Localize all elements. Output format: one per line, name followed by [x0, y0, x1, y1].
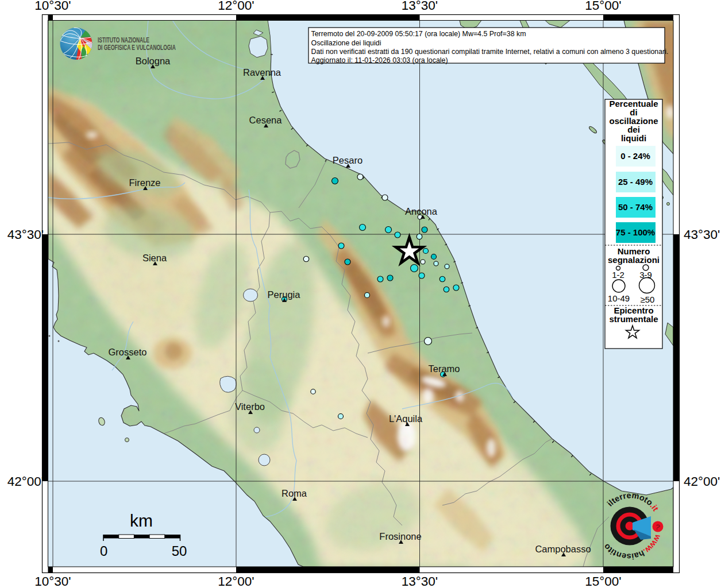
svg-text:Ravenna: Ravenna: [243, 67, 282, 78]
svg-text:Perugia: Perugia: [268, 289, 301, 300]
svg-text:50: 50: [172, 543, 187, 559]
svg-text:10°30': 10°30': [34, 0, 71, 13]
svg-text:15°00': 15°00': [585, 574, 621, 588]
svg-text:Bologna: Bologna: [136, 56, 171, 66]
svg-text:Siena: Siena: [142, 253, 167, 263]
svg-text:Campobasso: Campobasso: [535, 544, 591, 554]
svg-text:liquidi: liquidi: [621, 133, 646, 143]
svg-text:13°30': 13°30': [402, 0, 438, 13]
svg-text:12°00': 12°00': [218, 574, 254, 588]
svg-text:km: km: [130, 511, 153, 530]
svg-text:segnalazioni: segnalazioni: [608, 255, 660, 265]
svg-text:25 - 49%: 25 - 49%: [618, 177, 653, 187]
svg-text:10-49: 10-49: [608, 293, 630, 303]
svg-text:strumentale: strumentale: [609, 314, 658, 324]
svg-text:Grosseto: Grosseto: [109, 347, 147, 357]
svg-text:10°30': 10°30': [34, 574, 71, 588]
svg-text:75 - 100%: 75 - 100%: [616, 227, 655, 237]
svg-text:DI GEOFISICA E VULCANOLOGIA: DI GEOFISICA E VULCANOLOGIA: [98, 43, 176, 51]
svg-text:13°30': 13°30': [402, 574, 438, 588]
svg-text:43°30': 43°30': [7, 227, 44, 242]
svg-text:Firenze: Firenze: [129, 177, 160, 188]
svg-text:Dati non verificati estratti d: Dati non verificati estratti da 190 ques…: [311, 48, 669, 56]
svg-text:Frosinone: Frosinone: [379, 531, 421, 541]
svg-text:50 - 74%: 50 - 74%: [618, 202, 653, 212]
svg-text:12°00': 12°00': [218, 0, 254, 13]
svg-text:42°00': 42°00': [684, 474, 720, 489]
svg-text:Pesaro: Pesaro: [333, 155, 363, 165]
svg-text:42°00': 42°00': [7, 474, 44, 489]
svg-text:Cesena: Cesena: [249, 115, 283, 125]
svg-text:43°30': 43°30': [684, 227, 720, 242]
svg-text:Terremoto del 20-09-2009 05:50: Terremoto del 20-09-2009 05:50:17 (ora l…: [311, 30, 526, 38]
svg-text:Viterbo: Viterbo: [235, 401, 265, 412]
svg-text:0: 0: [100, 543, 107, 559]
svg-text:Aggiornato il: 11-01-2026 03:0: Aggiornato il: 11-01-2026 03:03 (ora loc…: [311, 56, 448, 64]
svg-text:3-9: 3-9: [639, 270, 652, 280]
svg-text:ISTITUTO NAZIONALE: ISTITUTO NAZIONALE: [98, 36, 149, 44]
svg-text:15°00': 15°00': [585, 0, 621, 13]
svg-text:≥50: ≥50: [641, 295, 655, 304]
svg-text:Ancona: Ancona: [405, 206, 438, 216]
svg-text:0 - 24%: 0 - 24%: [620, 151, 650, 161]
svg-text:L'Aquila: L'Aquila: [389, 413, 423, 424]
svg-text:1-2: 1-2: [612, 270, 624, 280]
svg-text:Oscillazione dei liquidi: Oscillazione dei liquidi: [311, 39, 381, 47]
svg-text:Roma: Roma: [282, 488, 307, 498]
svg-text:Teramo: Teramo: [428, 363, 460, 374]
